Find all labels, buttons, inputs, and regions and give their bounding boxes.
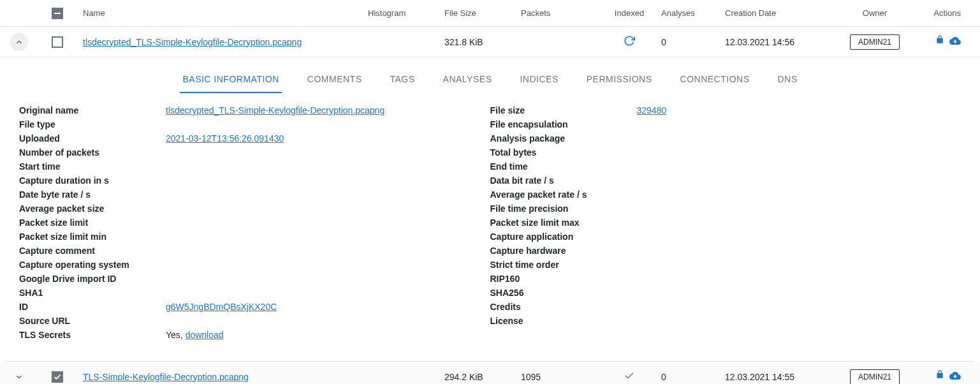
analyses-cell: 0 xyxy=(661,37,725,47)
label-license: License xyxy=(490,314,637,328)
value-uploaded[interactable]: 2021-03-12T13:56:26.091430 xyxy=(166,133,284,144)
value-id[interactable]: g6W5JngBDmQBsXjKX20C xyxy=(166,302,277,312)
tab-comments[interactable]: COMMENTS xyxy=(305,65,365,93)
value-tls-secrets-prefix: Yes, xyxy=(166,330,186,340)
indexed-check-icon xyxy=(624,370,635,383)
creation-date-cell: 12.03.2021 14:56 xyxy=(725,37,833,47)
col-header-packets[interactable]: Packets xyxy=(521,8,597,18)
label-avg-packet-size: Average packet size xyxy=(19,202,166,216)
label-id: ID xyxy=(19,300,166,314)
label-capture-duration: Capture duration in s xyxy=(19,174,166,188)
label-capture-comment: Capture comment xyxy=(19,244,166,258)
label-num-packets: Number of packets xyxy=(19,145,166,159)
tab-dns[interactable]: DNS xyxy=(775,65,800,93)
label-original-name: Original name xyxy=(19,103,166,117)
label-capture-os: Capture operating system xyxy=(19,258,166,272)
label-uploaded: Uploaded xyxy=(19,131,166,145)
tab-permissions[interactable]: PERMISSIONS xyxy=(584,65,655,93)
table-row: tlsdecrypted_TLS-Simple-Keylogfile-Decry… xyxy=(0,27,980,57)
col-header-analyses[interactable]: Analyses xyxy=(661,8,725,18)
col-header-creation[interactable]: Creation Date xyxy=(725,8,833,18)
col-header-indexed[interactable]: Indexed xyxy=(597,8,661,18)
col-header-owner[interactable]: Owner xyxy=(833,8,916,18)
label-end-time: End time xyxy=(490,159,637,174)
label-file-type: File type xyxy=(19,117,166,131)
select-all-checkbox[interactable] xyxy=(52,8,63,19)
label-file-size: File size xyxy=(490,103,637,117)
label-file-time-precision: File time precision xyxy=(490,202,637,216)
label-rip160: RIP160 xyxy=(490,272,637,286)
expand-button[interactable] xyxy=(10,368,28,385)
label-source-url: Source URL xyxy=(19,314,166,328)
col-header-filesize[interactable]: File Size xyxy=(444,8,521,18)
label-total-bytes: Total bytes xyxy=(490,145,637,159)
check-icon xyxy=(53,373,62,381)
label-file-encap: File encapsulation xyxy=(490,117,637,131)
chevron-down-icon xyxy=(15,373,24,381)
label-packet-size-limit: Packet size limit xyxy=(19,216,166,230)
details-tabs: BASIC INFORMATION COMMENTS TAGS ANALYSES… xyxy=(6,64,974,94)
label-capture-app: Capture application xyxy=(490,230,637,244)
table-header-row: Name Histogram File Size Packets Indexed… xyxy=(0,0,980,27)
col-header-name[interactable]: Name xyxy=(77,8,368,18)
owner-badge[interactable]: ADMIN21 xyxy=(850,34,900,50)
info-column-right: File size329480 File encapsulation Analy… xyxy=(490,103,962,342)
label-sha1: SHA1 xyxy=(19,286,166,300)
label-start-time: Start time xyxy=(19,159,166,174)
table-row: TLS-Simple-Keylogfile-Decryption.pcapng … xyxy=(0,362,980,384)
file-name-link[interactable]: tlsdecrypted_TLS-Simple-Keylogfile-Decry… xyxy=(83,37,302,47)
label-sha256: SHA256 xyxy=(490,286,637,300)
label-capture-hw: Capture hardware xyxy=(490,244,637,258)
label-avg-packet-rate: Average packet rate / s xyxy=(490,188,637,202)
lock-icon[interactable] xyxy=(935,35,944,48)
refresh-icon[interactable] xyxy=(624,35,635,48)
collapse-button[interactable] xyxy=(10,33,28,51)
label-data-bit-rate: Data bit rate / s xyxy=(490,174,637,188)
details-panel: BASIC INFORMATION COMMENTS TAGS ANALYSES… xyxy=(6,57,974,362)
cloud-download-icon[interactable] xyxy=(949,35,961,48)
label-packet-size-limit-min: Packet size limit min xyxy=(19,230,166,244)
cloud-download-icon[interactable] xyxy=(949,370,961,383)
file-table: Name Histogram File Size Packets Indexed… xyxy=(0,0,980,384)
owner-badge[interactable]: ADMIN21 xyxy=(850,369,900,385)
row-checkbox[interactable] xyxy=(52,36,63,48)
packets-cell: 1095 xyxy=(521,372,597,382)
tab-tags[interactable]: TAGS xyxy=(388,65,418,93)
label-strict-time-order: Strict time order xyxy=(490,258,637,272)
file-name-link[interactable]: TLS-Simple-Keylogfile-Decryption.pcapng xyxy=(83,372,249,382)
label-packet-size-limit-max: Packet size limit max xyxy=(490,216,637,230)
analyses-cell: 0 xyxy=(661,372,725,382)
value-original-name[interactable]: tlsdecrypted_TLS-Simple-Keylogfile-Decry… xyxy=(166,105,384,115)
lock-icon[interactable] xyxy=(935,370,944,383)
label-gdrive-id: Google Drive import ID xyxy=(19,272,166,286)
value-tls-secrets-download[interactable]: download xyxy=(186,330,224,340)
label-credits: Credits xyxy=(490,300,637,314)
tab-indices[interactable]: INDICES xyxy=(517,65,560,93)
creation-date-cell: 12.03.2021 14:55 xyxy=(725,372,833,382)
file-size-cell: 294.2 KiB xyxy=(444,372,521,382)
row-checkbox[interactable] xyxy=(52,371,63,383)
info-column-left: Original nametlsdecrypted_TLS-Simple-Key… xyxy=(19,103,490,342)
col-header-actions: Actions xyxy=(916,8,980,18)
file-size-cell: 321.8 KiB xyxy=(444,37,521,47)
tab-connections[interactable]: CONNECTIONS xyxy=(678,65,752,93)
col-header-histogram[interactable]: Histogram xyxy=(368,8,444,18)
tab-basic-information[interactable]: BASIC INFORMATION xyxy=(180,65,281,93)
value-file-size[interactable]: 329480 xyxy=(637,105,667,115)
label-date-byte-rate: Date byte rate / s xyxy=(19,188,166,202)
chevron-up-icon xyxy=(15,38,24,47)
label-tls-secrets: TLS Secrets xyxy=(19,328,166,342)
tab-analyses[interactable]: ANALYSES xyxy=(441,65,495,93)
label-analysis-pkg: Analysis package xyxy=(490,131,637,145)
